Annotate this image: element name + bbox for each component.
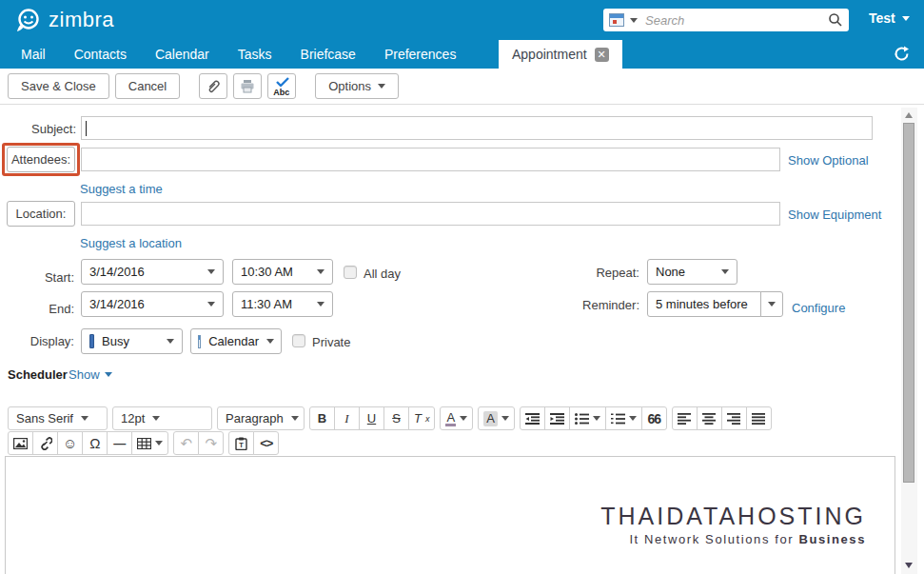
bullet-list-button[interactable] xyxy=(569,406,606,430)
company-watermark: THAIDATAHOSTING It Network Solutions for… xyxy=(600,503,866,546)
align-justify-button[interactable] xyxy=(746,406,772,430)
reminder-arrow-button[interactable] xyxy=(760,291,783,317)
display-value: Busy xyxy=(102,334,159,348)
location-button[interactable]: Location: xyxy=(7,201,75,227)
strikethrough-button[interactable]: S xyxy=(383,406,409,430)
busy-status-icon xyxy=(89,334,94,348)
vertical-scrollbar[interactable] xyxy=(901,108,917,574)
align-center-button[interactable] xyxy=(697,406,722,430)
scroll-down-arrow-icon[interactable] xyxy=(905,563,913,568)
list-indent-group: 66 xyxy=(520,406,667,430)
search-bar[interactable]: Search xyxy=(603,9,849,31)
show-equipment-link[interactable]: Show Equipment xyxy=(788,208,881,222)
display-arrow-icon xyxy=(167,339,174,344)
alignment-group xyxy=(672,406,772,430)
repeat-dropdown[interactable]: None xyxy=(647,259,737,285)
start-time-value: 10:30 AM xyxy=(241,265,309,279)
display-label: Display: xyxy=(0,334,74,348)
insert-emoji-button[interactable]: ☺ xyxy=(57,431,83,455)
highlight-color-button[interactable]: A xyxy=(478,406,515,430)
paperclip-icon xyxy=(206,79,221,94)
end-time-dropdown[interactable]: 11:30 AM xyxy=(232,291,333,317)
font-color-arrow-icon xyxy=(460,416,467,421)
close-tab-icon[interactable]: ✕ xyxy=(595,48,609,62)
message-body-editor[interactable]: THAIDATAHOSTING It Network Solutions for… xyxy=(5,456,895,574)
search-input[interactable]: Search xyxy=(645,13,828,28)
nav-tab-briefcase[interactable]: Briefcase xyxy=(301,47,356,62)
show-optional-link[interactable]: Show Optional xyxy=(788,153,869,168)
configure-link[interactable]: Configure xyxy=(792,301,845,315)
zimbra-appointment-page: zimbra Search Test Mail Contacts Calenda… xyxy=(0,0,924,574)
insert-table-button[interactable] xyxy=(131,431,168,455)
all-day-label: All day xyxy=(364,267,401,281)
scroll-up-arrow-icon[interactable] xyxy=(905,112,913,118)
paragraph-format-select[interactable]: Paragraph xyxy=(217,406,305,430)
suggest-time-link[interactable]: Suggest a time xyxy=(80,182,163,196)
font-size-select[interactable]: 12pt xyxy=(112,406,212,430)
reminder-dropdown[interactable]: 5 minutes before xyxy=(647,291,761,317)
tab-appointment[interactable]: Appointment ✕ xyxy=(499,40,622,69)
align-left-button[interactable] xyxy=(672,406,698,430)
start-time-dropdown[interactable]: 10:30 AM xyxy=(232,259,333,285)
user-menu[interactable]: Test xyxy=(869,10,910,26)
display-dropdown[interactable]: Busy xyxy=(81,328,183,354)
clear-formatting-button[interactable]: Tx xyxy=(408,406,435,430)
spellcheck-button[interactable]: Abc xyxy=(267,73,296,99)
editor-toolbar-row2: ☺ Ω — ↶ ↷ T <> xyxy=(8,431,279,455)
insert-link-button[interactable] xyxy=(32,431,58,455)
scheduler-show-link[interactable]: Show xyxy=(69,367,112,382)
indent-button[interactable] xyxy=(544,406,570,430)
undo-button[interactable]: ↶ xyxy=(173,431,199,455)
font-color-button[interactable]: A xyxy=(440,406,473,430)
print-button[interactable] xyxy=(233,73,262,99)
bold-button[interactable]: B xyxy=(309,406,335,430)
end-date-dropdown[interactable]: 3/14/2016 xyxy=(81,291,224,317)
options-button[interactable]: Options xyxy=(315,73,399,99)
zimbra-logo: zimbra xyxy=(15,7,114,33)
private-checkbox[interactable] xyxy=(292,334,305,347)
source-code-button[interactable]: <> xyxy=(253,431,279,455)
align-right-button[interactable] xyxy=(721,406,747,430)
suggest-location-link[interactable]: Suggest a location xyxy=(80,236,182,250)
font-family-select[interactable]: Sans Serif xyxy=(8,406,108,430)
search-scope-icon[interactable] xyxy=(609,13,624,27)
search-magnifier-icon[interactable] xyxy=(828,12,843,28)
highlight-color-arrow-icon xyxy=(501,416,509,421)
location-input[interactable] xyxy=(81,202,780,226)
calendar-value: Calendar xyxy=(208,334,259,348)
insert-horizontal-rule-button[interactable]: — xyxy=(107,431,132,455)
attach-button[interactable] xyxy=(199,73,227,99)
insert-image-button[interactable] xyxy=(8,431,33,455)
subject-input[interactable] xyxy=(81,116,873,140)
calendar-dropdown[interactable]: Calendar xyxy=(190,328,282,354)
nav-tab-contacts[interactable]: Contacts xyxy=(74,47,127,62)
align-justify-icon xyxy=(752,413,765,425)
bullet-list-arrow-icon xyxy=(593,416,600,421)
paste-text-button[interactable]: T xyxy=(228,431,254,455)
brand-name: zimbra xyxy=(49,8,114,32)
align-center-icon xyxy=(702,413,716,425)
nav-tab-calendar[interactable]: Calendar xyxy=(155,47,209,62)
scrollbar-thumb[interactable] xyxy=(903,123,914,483)
redo-button[interactable]: ↷ xyxy=(198,431,224,455)
attendees-input[interactable] xyxy=(81,148,780,171)
nav-tab-preferences[interactable]: Preferences xyxy=(384,47,456,62)
all-day-checkbox[interactable] xyxy=(344,266,357,279)
numbered-list-button[interactable] xyxy=(605,406,642,430)
refresh-icon[interactable] xyxy=(893,45,911,63)
save-close-button[interactable]: Save & Close xyxy=(8,73,109,99)
blockquote-button[interactable]: 66 xyxy=(641,406,667,430)
end-time-value: 11:30 AM xyxy=(241,297,309,311)
paste-icon: T xyxy=(235,437,247,450)
outdent-button[interactable] xyxy=(520,406,545,430)
start-date-dropdown[interactable]: 3/14/2016 xyxy=(81,259,224,285)
attendees-button[interactable]: Attendees: xyxy=(7,147,75,172)
underline-button[interactable]: U xyxy=(359,406,384,430)
cancel-button[interactable]: Cancel xyxy=(115,73,180,99)
search-scope-dropdown-arrow-icon[interactable] xyxy=(630,18,638,23)
nav-tab-tasks[interactable]: Tasks xyxy=(238,47,272,62)
insert-special-char-button[interactable]: Ω xyxy=(82,431,108,455)
reminder-arrow-icon xyxy=(768,302,776,307)
nav-tab-mail[interactable]: Mail xyxy=(21,47,46,62)
italic-button[interactable]: I xyxy=(334,406,360,430)
